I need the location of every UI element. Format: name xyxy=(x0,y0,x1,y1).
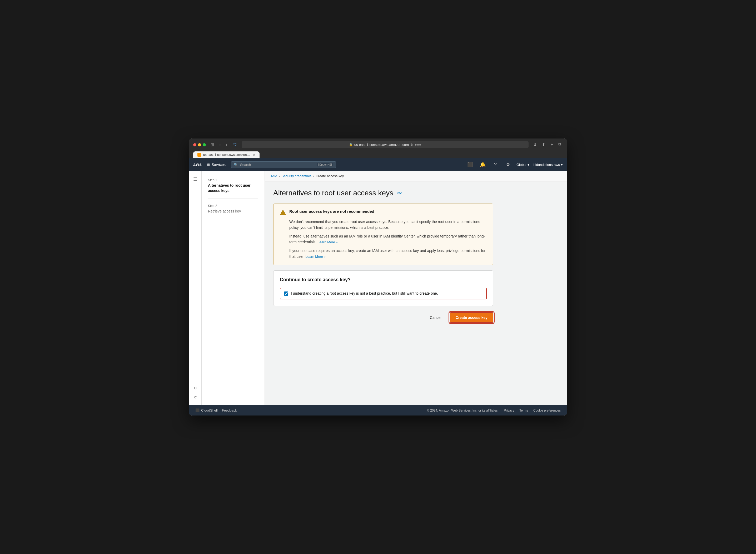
download-icon[interactable]: ⬇ xyxy=(532,142,538,148)
breadcrumb-current: Create access key xyxy=(315,174,344,178)
warning-para-1: We don't recommend that you create root … xyxy=(289,219,487,231)
breadcrumb-sep-1: › xyxy=(279,174,280,178)
search-shortcut: [Option+S] xyxy=(317,163,333,166)
tab-overview-icon[interactable]: ⧉ xyxy=(557,142,563,148)
page-main: Alternatives to root user access keys In… xyxy=(265,181,502,405)
action-row: Cancel Create access key xyxy=(273,312,493,323)
copyright-text: © 2024, Amazon Web Services, Inc. or its… xyxy=(427,409,499,412)
more-icon[interactable]: ●●● xyxy=(415,143,421,147)
warning-header: ! Root user access keys are not recommen… xyxy=(280,209,487,216)
bitwarden-icon[interactable]: 🛡 xyxy=(231,142,238,148)
cloudshell-footer-icon: ⬛ xyxy=(195,408,199,412)
breadcrumb-security-credentials[interactable]: Security credentials xyxy=(281,174,311,178)
forward-button[interactable]: › xyxy=(224,142,229,148)
page-body: IAM › Security credentials › Create acce… xyxy=(265,171,567,405)
info-link[interactable]: Info xyxy=(396,191,402,195)
grid-icon: ⊞ xyxy=(207,163,210,166)
learn-more-2-link[interactable]: Learn More ↗ xyxy=(305,254,325,260)
step-1-label: Step 1 xyxy=(208,178,258,182)
step-2-item: Step 2 Retrieve access key xyxy=(201,202,265,216)
tab-favicon xyxy=(197,153,201,157)
breadcrumb-sep-2: › xyxy=(313,174,314,178)
warning-title: Root user access keys are not recommende… xyxy=(289,209,374,214)
privacy-link[interactable]: Privacy xyxy=(504,409,514,412)
user-label: hidandelions-aws xyxy=(534,163,560,167)
sidebar-toggle: ☰ ⊙ ↺ xyxy=(189,171,201,405)
cancel-button[interactable]: Cancel xyxy=(426,313,446,322)
tab-title: us-east-1.console.aws.amazon.com xyxy=(203,153,250,157)
learn-more-1-link[interactable]: Learn More ↗ xyxy=(317,240,338,245)
settings-icon[interactable]: ⚙ xyxy=(504,160,512,169)
help-icon[interactable]: ? xyxy=(491,160,500,169)
address-bar[interactable]: 🔒 us-east-1.console.aws.amazon.com ↻ ●●● xyxy=(242,141,529,148)
cookie-link[interactable]: Cookie preferences xyxy=(533,409,561,412)
checkbox-wrapper: I understand creating a root access key … xyxy=(280,288,487,299)
warning-body: We don't recommend that you create root … xyxy=(289,219,487,260)
search-bar[interactable]: 🔍 Search [Option+S] xyxy=(231,161,336,168)
nav-icons: ⬛ 🔔 ? ⚙ Global ▾ hidandelions-aws ▾ xyxy=(466,160,563,169)
notifications-icon[interactable]: 🔔 xyxy=(478,160,487,169)
user-chevron: ▾ xyxy=(561,163,563,167)
aws-logo-text: aws xyxy=(193,162,202,167)
active-tab[interactable]: us-east-1.console.aws.amazon.com ✕ xyxy=(193,151,259,158)
new-tab-icon[interactable]: + xyxy=(549,142,555,148)
region-selector[interactable]: Global ▾ xyxy=(516,163,529,167)
warning-content: We don't recommend that you create root … xyxy=(280,219,487,260)
warning-box: ! Root user access keys are not recommen… xyxy=(273,204,493,265)
traffic-light-minimize[interactable] xyxy=(198,143,201,147)
back-button[interactable]: ‹ xyxy=(218,142,222,148)
region-label: Global xyxy=(516,163,526,167)
step-divider xyxy=(208,199,258,199)
window-tile-button[interactable]: ⊞ xyxy=(209,142,216,148)
cloudshell-nav-icon[interactable]: ⬛ xyxy=(466,160,474,169)
step-2-label: Step 2 xyxy=(208,204,258,208)
region-chevron: ▾ xyxy=(527,163,529,167)
step-1-title: Alternatives to root user access keys xyxy=(208,183,258,193)
footer: ⬛ CloudShell Feedback © 2024, Amazon Web… xyxy=(189,405,567,416)
user-menu[interactable]: hidandelions-aws ▾ xyxy=(534,163,563,167)
cloudshell-footer-button[interactable]: ⬛ CloudShell xyxy=(195,408,218,412)
search-icon: 🔍 xyxy=(234,163,238,167)
url-text: us-east-1.console.aws.amazon.com xyxy=(354,143,409,147)
cloudshell-footer-label: CloudShell xyxy=(201,408,218,412)
understand-checkbox[interactable] xyxy=(284,291,288,296)
share-icon[interactable]: ⬆ xyxy=(540,142,547,148)
create-access-key-button[interactable]: Create access key xyxy=(450,312,493,323)
page-title: Alternatives to root user access keys xyxy=(273,189,393,197)
hamburger-button[interactable]: ☰ xyxy=(191,175,199,183)
checkbox-label: I understand creating a root access key … xyxy=(291,291,438,296)
lock-icon: 🔒 xyxy=(349,143,353,147)
services-button[interactable]: ⊞ Services xyxy=(205,161,228,168)
tab-close-icon[interactable]: ✕ xyxy=(253,153,255,157)
step-2-title: Retrieve access key xyxy=(208,209,258,214)
warning-triangle-icon: ! xyxy=(280,209,286,216)
breadcrumb-iam[interactable]: IAM xyxy=(271,174,277,178)
external-link-icon-1: ↗ xyxy=(336,240,338,244)
left-nav: Step 1 Alternatives to root user access … xyxy=(201,171,265,405)
external-link-icon-2: ↗ xyxy=(324,255,326,259)
warning-para-2: Instead, use alternatives such as an IAM… xyxy=(289,233,487,245)
svg-text:!: ! xyxy=(282,211,284,215)
continue-title: Continue to create access key? xyxy=(280,277,487,282)
footer-right: © 2024, Amazon Web Services, Inc. or its… xyxy=(427,409,561,412)
continue-box: Continue to create access key? I underst… xyxy=(273,270,493,306)
traffic-light-maximize[interactable] xyxy=(203,143,206,147)
feedback-button[interactable]: Feedback xyxy=(222,408,237,412)
aws-navbar: aws ⊞ Services 🔍 Search [Option+S] ⬛ 🔔 ?… xyxy=(189,158,567,171)
step-1-item: Step 1 Alternatives to root user access … xyxy=(201,176,265,196)
breadcrumb: IAM › Security credentials › Create acce… xyxy=(265,171,567,181)
warning-para-3: If your use case requires an access key,… xyxy=(289,248,487,260)
sidebar-history-icon[interactable]: ↺ xyxy=(192,394,199,401)
terms-link[interactable]: Terms xyxy=(519,409,528,412)
page-title-row: Alternatives to root user access keys In… xyxy=(273,189,493,197)
footer-left: ⬛ CloudShell Feedback xyxy=(195,408,237,412)
reload-icon[interactable]: ↻ xyxy=(410,143,413,147)
search-placeholder: Search xyxy=(240,163,251,167)
traffic-light-close[interactable] xyxy=(193,143,196,147)
services-label: Services xyxy=(211,162,226,167)
aws-logo: aws xyxy=(193,162,202,167)
sidebar-settings-icon[interactable]: ⊙ xyxy=(192,384,199,392)
